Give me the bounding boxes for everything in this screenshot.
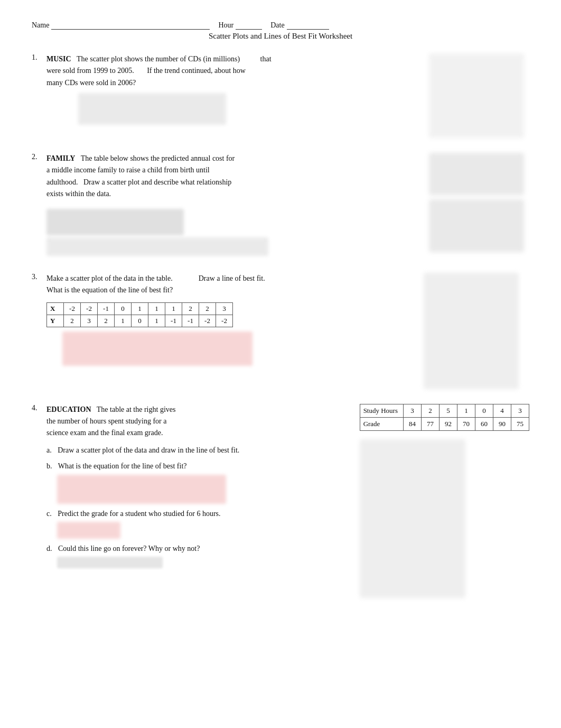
x-val-10: 3: [216, 303, 233, 315]
sub-q-d-label: d.: [46, 545, 52, 552]
y-val-2: 3: [81, 315, 98, 327]
question-4: 4. EDUCATION The table at the right give…: [32, 404, 529, 598]
q4d-answer-image: [57, 557, 163, 568]
gr-5: 60: [475, 417, 493, 430]
question-3: 3. Make a scatter plot of the data in th…: [32, 273, 529, 389]
q1-side-decoration: [429, 53, 524, 138]
q3-text: Make a scatter plot of the data in the t…: [46, 273, 415, 297]
q2-content: FAMILY The table below shows the predict…: [46, 153, 415, 258]
x-val-3: -1: [98, 303, 115, 315]
x-val-2: -2: [81, 303, 98, 315]
y-val-10: -2: [216, 315, 233, 327]
x-val-7: 1: [165, 303, 182, 315]
y-val-9: -2: [199, 315, 216, 327]
sub-q-c-label: c.: [46, 510, 52, 518]
table-row: X -2 -2 -1 0 1 1 1 2 2 3: [47, 303, 233, 315]
sh-4: 1: [457, 404, 475, 417]
grade-label: Grade: [360, 417, 403, 430]
date-line: [287, 29, 329, 30]
q4-side-box: [360, 439, 465, 598]
q4-left: EDUCATION The table at the right gives t…: [46, 404, 353, 598]
q1-content: MUSIC The scatter plot shows the number …: [46, 53, 415, 138]
table-row: Grade 84 77 92 70 60 90 75: [360, 417, 529, 430]
q1-text: MUSIC The scatter plot shows the number …: [46, 53, 415, 89]
sub-q-b-text: What is the equation for the line of bes…: [58, 462, 187, 470]
q2-number: 2.: [32, 153, 46, 258]
q1-subject: MUSIC: [46, 55, 71, 63]
header: Name Hour Date: [32, 21, 529, 30]
q3-data-table: X -2 -2 -1 0 1 1 1 2 2 3 Y 2 3 2: [46, 302, 233, 327]
x-val-6: 1: [148, 303, 165, 315]
q4-right-panel: Study Hours 3 2 5 1 0 4 3 Grade 84 77 92: [360, 404, 529, 598]
q4-subject: EDUCATION: [46, 406, 91, 413]
q3-content: Make a scatter plot of the data in the t…: [46, 273, 415, 389]
sub-q-a-text: Draw a scatter plot of the data and draw…: [58, 446, 239, 454]
q4-sub-questions: a. Draw a scatter plot of the data and d…: [46, 445, 353, 569]
y-val-4: 1: [115, 315, 132, 327]
gr-2: 77: [422, 417, 440, 430]
q2-side-box1: [429, 153, 524, 195]
q1-scatter-plot-image: [78, 93, 226, 125]
x-val-9: 2: [199, 303, 216, 315]
date-label: Date: [270, 21, 284, 30]
y-val-8: -1: [182, 315, 199, 327]
page-title: Scatter Plots and Lines of Best Fit Work…: [32, 32, 529, 41]
sh-3: 5: [440, 404, 457, 417]
sub-q-a-label: a.: [46, 446, 52, 454]
sh-1: 3: [404, 404, 422, 417]
q4-text: EDUCATION The table at the right gives t…: [46, 404, 353, 439]
q3-answer-image: [62, 331, 253, 366]
y-val-6: 1: [148, 315, 165, 327]
q3-side-box: [424, 273, 519, 389]
y-val-5: 0: [132, 315, 148, 327]
x-val-8: 2: [182, 303, 199, 315]
sub-q-c-text: Predict the grade for a student who stud…: [58, 510, 220, 518]
x-val-5: 1: [132, 303, 148, 315]
x-label: X: [47, 303, 64, 315]
gr-4: 70: [457, 417, 475, 430]
sub-q-b-label: b.: [46, 462, 52, 470]
q4c-answer-image: [57, 522, 120, 539]
q2-table-image: [46, 209, 184, 235]
name-label: Name: [32, 21, 49, 30]
q4-top-row: 4. EDUCATION The table at the right give…: [32, 404, 529, 598]
q4-number: 4.: [32, 404, 46, 598]
q2-bottom-image: [46, 237, 268, 256]
q3-side-panel: [424, 273, 529, 389]
question-2: 2. FAMILY The table below shows the pred…: [32, 153, 529, 258]
sub-q-c: c. Predict the grade for a student who s…: [46, 508, 353, 539]
y-val-1: 2: [64, 315, 81, 327]
y-val-3: 2: [98, 315, 115, 327]
y-label: Y: [47, 315, 64, 327]
x-val-4: 0: [115, 303, 132, 315]
y-val-7: -1: [165, 315, 182, 327]
x-val-1: -2: [64, 303, 81, 315]
sub-q-d-text: Could this line go on forever? Why or wh…: [58, 545, 200, 552]
study-hours-label: Study Hours: [360, 404, 403, 417]
q2-text: FAMILY The table below shows the predict…: [46, 153, 415, 200]
sub-q-a: a. Draw a scatter plot of the data and d…: [46, 445, 353, 456]
hour-line: [236, 29, 262, 30]
q3-number: 3.: [32, 273, 46, 389]
sh-6: 4: [493, 404, 511, 417]
q4b-answer-image: [57, 475, 226, 504]
table-row: Study Hours 3 2 5 1 0 4 3: [360, 404, 529, 417]
sub-q-b: b. What is the equation for the line of …: [46, 460, 353, 503]
q1-number: 1.: [32, 53, 46, 138]
hour-label: Hour: [218, 21, 233, 30]
sh-2: 2: [422, 404, 440, 417]
table-row: Y 2 3 2 1 0 1 -1 -1 -2 -2: [47, 315, 233, 327]
gr-6: 90: [493, 417, 511, 430]
q4-side-decoration: [360, 439, 465, 598]
q2-side-image: [424, 153, 529, 258]
q1-side-image: [424, 53, 529, 138]
name-line: [51, 29, 210, 30]
gr-3: 92: [440, 417, 457, 430]
question-1: 1. MUSIC The scatter plot shows the numb…: [32, 53, 529, 138]
sh-7: 3: [511, 404, 529, 417]
gr-1: 84: [404, 417, 422, 430]
gr-7: 75: [511, 417, 529, 430]
sh-5: 0: [475, 404, 493, 417]
q4-education-table: Study Hours 3 2 5 1 0 4 3 Grade 84 77 92: [360, 404, 529, 431]
sub-q-d: d. Could this line go on forever? Why or…: [46, 543, 353, 568]
